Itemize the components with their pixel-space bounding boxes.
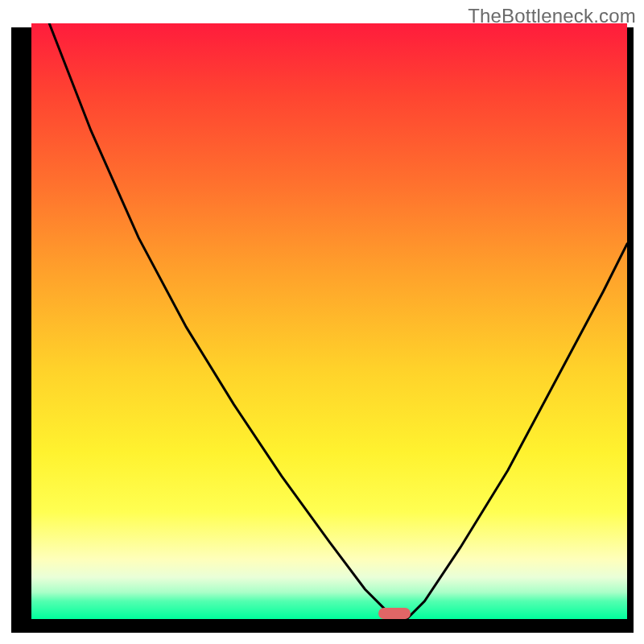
bottleneck-curve [31,23,627,619]
chart-container: TheBottleneck.com [0,0,644,644]
optimal-marker [378,608,411,619]
curve-path [49,23,627,619]
plot-frame [11,27,634,633]
plot-gradient-area [31,23,627,619]
watermark-text: TheBottleneck.com [468,5,636,27]
